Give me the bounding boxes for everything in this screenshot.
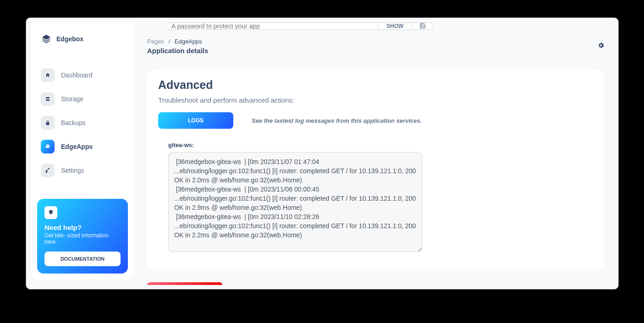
logs-description: See the lastest log messages from this a… — [252, 117, 422, 124]
save-icon — [419, 22, 426, 30]
tools-icon — [41, 164, 55, 177]
header-bar: Pages / EdgeApps Application details — [147, 33, 614, 59]
danger-button-edge[interactable] — [147, 282, 222, 285]
breadcrumb-sep: / — [169, 38, 171, 45]
help-subtitle: Get bite- sized information here — [44, 232, 121, 245]
sidebar-item-label: Settings — [61, 167, 84, 174]
sidebar-item-label: Dashboard — [61, 71, 93, 79]
page-title: Application details — [147, 47, 208, 55]
advanced-subtitle: Troubleshoot and perform advanced action… — [158, 96, 594, 104]
sidebar-item-edgeapps[interactable]: EdgeApps — [37, 135, 128, 158]
logs-action-row: LOGS See the lastest log messages from t… — [158, 112, 594, 129]
sidebar-item-label: Storage — [61, 95, 83, 103]
help-title: Need help? — [44, 224, 121, 231]
log-service-name: gitea-ws: — [168, 142, 583, 148]
lightbulb-icon — [44, 206, 57, 219]
advanced-card: Advanced Troubleshoot and perform advanc… — [147, 69, 605, 269]
house-icon — [41, 68, 55, 82]
advanced-title: Advanced — [158, 78, 594, 92]
lock-icon — [41, 116, 55, 130]
sidebar-item-backups[interactable]: Backups — [37, 111, 128, 134]
sidebar-nav: Dashboard Storage Backups — [37, 64, 128, 182]
breadcrumb-root[interactable]: Pages — [147, 38, 164, 45]
gear-icon[interactable] — [597, 42, 605, 51]
sidebar-item-label: EdgeApps — [61, 143, 93, 150]
server-icon — [41, 92, 55, 106]
log-textarea[interactable] — [168, 152, 422, 252]
help-card: Need help? Get bite- sized information h… — [37, 199, 128, 274]
breadcrumb: Pages / EdgeApps — [147, 38, 208, 45]
sidebar-item-dashboard[interactable]: Dashboard — [37, 64, 128, 87]
documentation-button[interactable]: DOCUMENTATION — [44, 252, 121, 266]
brand: Edgebox — [37, 33, 128, 53]
password-row: SHOW — [165, 22, 614, 33]
brand-logo-icon — [41, 33, 52, 44]
app-frame: Edgebox Dashboard Storage — [26, 17, 619, 290]
brand-name: Edgebox — [56, 35, 83, 43]
logs-button[interactable]: LOGS — [158, 112, 233, 129]
sidebar: Edgebox Dashboard Storage — [31, 22, 134, 280]
log-block: gitea-ws: — [158, 137, 594, 254]
password-input[interactable] — [165, 22, 378, 30]
save-password-button[interactable] — [412, 22, 434, 30]
main-content: SHOW Pages / EdgeApps Application detail… — [147, 22, 614, 289]
sidebar-item-label: Backups — [61, 119, 86, 126]
sidebar-item-settings[interactable]: Settings — [37, 159, 128, 182]
show-password-button[interactable]: SHOW — [378, 22, 412, 30]
breadcrumb-current[interactable]: EdgeApps — [175, 38, 202, 45]
app-inner: Edgebox Dashboard Storage — [31, 22, 614, 289]
sidebar-item-storage[interactable]: Storage — [37, 88, 128, 110]
breadcrumb-wrap: Pages / EdgeApps Application details — [147, 38, 208, 55]
content: Advanced Troubleshoot and perform advanc… — [147, 59, 614, 289]
rocket-icon — [41, 140, 55, 153]
